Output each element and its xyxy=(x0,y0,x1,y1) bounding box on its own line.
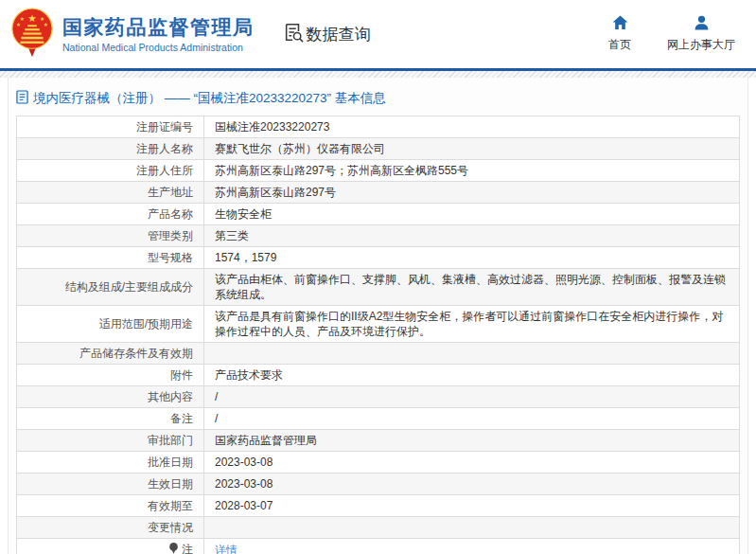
table-row: 变更情况 xyxy=(17,517,740,539)
row-value: / xyxy=(204,386,740,408)
table-row: 注册人住所 苏州高新区泰山路297号；苏州高新区全枫路555号 xyxy=(17,160,740,182)
svg-text:★: ★ xyxy=(20,16,25,22)
table-row: 备注 / xyxy=(17,408,740,430)
document-icon xyxy=(16,90,28,107)
table-row: 生产地址 苏州高新区泰山路297号 xyxy=(17,182,740,204)
row-label: 适用范围/预期用途 xyxy=(99,317,193,331)
svg-text:★: ★ xyxy=(27,12,36,24)
row-value: 赛默飞世尔（苏州）仪器有限公司 xyxy=(204,138,740,160)
registration-info-table: 注册证编号 国械注准20233220273 注册人名称 赛默飞世尔（苏州）仪器有… xyxy=(16,116,740,554)
table-row: 结构及组成/主要组成成分 该产品由柜体、前窗操作口、支撑脚、风机、集液槽、高效过… xyxy=(17,269,740,306)
table-row: 批准日期 2023-03-08 xyxy=(17,452,740,474)
table-row: 注 详情 xyxy=(17,539,740,554)
striped-band xyxy=(0,71,756,78)
home-icon xyxy=(612,15,628,37)
row-label: 变更情况 xyxy=(148,521,193,534)
row-value: 2023-03-08 xyxy=(204,474,740,495)
data-query-label: 数据查询 xyxy=(307,24,371,45)
row-value: 苏州高新区泰山路297号 xyxy=(204,182,740,204)
row-value: 2028-03-07 xyxy=(204,495,740,517)
table-row: 注册人名称 赛默飞世尔（苏州）仪器有限公司 xyxy=(17,138,740,160)
row-label: 型号规格 xyxy=(148,251,193,264)
row-value: 生物安全柜 xyxy=(204,204,740,225)
row-label: 产品名称 xyxy=(148,207,193,221)
row-value: 2023-03-08 xyxy=(204,452,740,474)
table-row: 适用范围/预期用途 该产品是具有前窗操作口的II级A2型生物安全柜，操作者可以通… xyxy=(17,306,740,343)
row-value: 国械注准20233220273 xyxy=(204,116,740,138)
row-label: 产品储存条件及有效期 xyxy=(79,347,193,360)
header: ★ ★ ★ ★ ★ 国家药品监督管理局 National Medical Pro… xyxy=(0,0,756,68)
user-icon xyxy=(694,15,710,37)
row-value: 1574，1579 xyxy=(204,247,740,269)
row-value xyxy=(204,517,740,539)
nav-service-hall[interactable]: 网上办事大厅 xyxy=(667,15,735,53)
nav-home-label: 首页 xyxy=(608,37,631,53)
row-label: 审批部门 xyxy=(148,434,193,447)
page-subtitle: National Medical Products Administration xyxy=(62,42,255,53)
row-label: 注册证编号 xyxy=(136,120,193,134)
row-value: 第三类 xyxy=(204,225,740,247)
nav-service-hall-label: 网上办事大厅 xyxy=(667,37,735,53)
svg-text:★: ★ xyxy=(16,22,21,27)
info-table-body: 注册证编号 国械注准20233220273 注册人名称 赛默飞世尔（苏州）仪器有… xyxy=(17,116,740,554)
table-row: 附件 产品技术要求 xyxy=(17,365,740,386)
table-row: 注册证编号 国械注准20233220273 xyxy=(17,116,740,138)
table-row: 产品名称 生物安全柜 xyxy=(17,204,740,225)
doc-search-icon xyxy=(283,22,307,47)
brand: 国家药品监督管理局 National Medical Products Admi… xyxy=(62,16,255,53)
breadcrumb: 境内医疗器械（注册） —— “国械注准20233220273” 基本信息 xyxy=(16,78,740,116)
nav-home[interactable]: 首页 xyxy=(608,15,631,53)
row-label: 批准日期 xyxy=(148,456,193,469)
row-label: 结构及组成/主要组成成分 xyxy=(65,280,193,294)
row-label: 管理类别 xyxy=(148,229,193,242)
row-label: 生产地址 xyxy=(148,186,193,199)
table-row: 生效日期 2023-03-08 xyxy=(17,474,740,495)
table-row: 审批部门 国家药品监督管理局 xyxy=(17,430,740,452)
table-row: 其他内容 / xyxy=(17,386,740,408)
content-panel: 境内医疗器械（注册） —— “国械注准20233220273” 基本信息 注册证… xyxy=(8,78,748,554)
row-label: 备注 xyxy=(170,412,193,425)
row-value: / xyxy=(204,408,740,430)
breadcrumb-text: 境内医疗器械（注册） —— “国械注准20233220273” 基本信息 xyxy=(33,90,386,107)
svg-text:★: ★ xyxy=(40,16,44,22)
row-value: 产品技术要求 xyxy=(204,365,740,386)
row-label: 附件 xyxy=(170,368,193,382)
row-value xyxy=(204,343,740,365)
detail-link[interactable]: 详情 xyxy=(204,539,740,554)
table-row: 有效期至 2028-03-07 xyxy=(17,495,740,517)
table-row: 型号规格 1574，1579 xyxy=(17,247,740,269)
row-label: 注册人住所 xyxy=(136,164,193,177)
row-label: 其他内容 xyxy=(148,390,193,403)
row-value: 该产品是具有前窗操作口的II级A2型生物安全柜，操作者可以通过前窗操作口在安全柜… xyxy=(204,306,740,343)
row-label: 生效日期 xyxy=(148,477,193,491)
table-row: 管理类别 第三类 xyxy=(17,225,740,247)
data-query-link[interactable]: 数据查询 xyxy=(283,22,371,47)
row-label: 注册人名称 xyxy=(136,142,193,155)
page-title: 国家药品监督管理局 xyxy=(62,16,255,39)
svg-text:★: ★ xyxy=(44,22,48,27)
row-value: 苏州高新区泰山路297号；苏州高新区全枫路555号 xyxy=(204,160,740,182)
table-row: 产品储存条件及有效期 xyxy=(17,343,740,365)
row-value: 该产品由柜体、前窗操作口、支撑脚、风机、集液槽、高效过滤器、照明光源、控制面板、… xyxy=(204,269,740,306)
row-value: 国家药品监督管理局 xyxy=(204,430,740,452)
nmpa-national-emblem-logo[interactable]: ★ ★ ★ ★ ★ xyxy=(9,7,55,62)
balloon-note-icon xyxy=(168,542,179,554)
page: ★ ★ ★ ★ ★ 国家药品监督管理局 National Medical Pro… xyxy=(0,0,756,554)
row-label: 有效期至 xyxy=(148,499,193,512)
row-label: 注 xyxy=(182,543,193,554)
